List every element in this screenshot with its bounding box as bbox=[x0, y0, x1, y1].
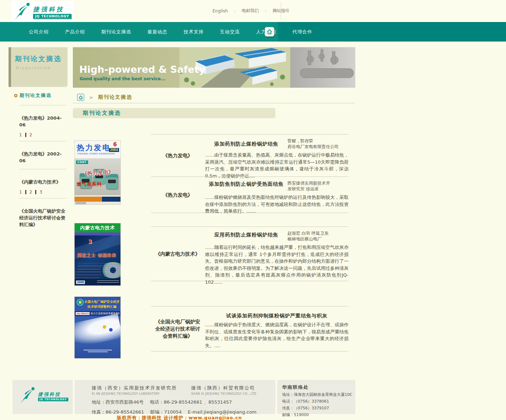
sidebar-group-label[interactable]: 《热力发电》2002-06 bbox=[19, 151, 67, 169]
section-title-bar: 期刊论文摘选 bbox=[73, 108, 275, 118]
sidebar-group-label[interactable]: 《内蒙古电力技术》 bbox=[19, 179, 67, 185]
article-journal: 《热力发电》 bbox=[151, 135, 204, 176]
south-office-fax: 传真：（0756）3379107 bbox=[282, 405, 355, 411]
link-site-guide[interactable]: 网站指引 bbox=[273, 8, 290, 14]
nav-item-agency[interactable]: 代理合作 bbox=[284, 29, 321, 35]
link-separator: ： bbox=[264, 8, 268, 13]
org-name-en: SHAN XI JIEQIANG TECHNOLOGY CO., LTD. bbox=[191, 392, 257, 396]
footer-south-office-block: 华南联络处 地址：珠海吉大园林路金景商业大厦10C 电话：（0756）33780… bbox=[277, 380, 355, 414]
sidebar-group-label[interactable]: 《热力发电》2004-06 bbox=[19, 115, 67, 128]
fine-text-graphic bbox=[88, 351, 108, 352]
nav-item-journal-digest[interactable]: 期刊论文摘选 bbox=[93, 29, 139, 35]
sidebar-group-rlfd-2002: 《热力发电》2002-06 bbox=[19, 151, 67, 169]
nav-items: 公司介绍 产品介绍 期刊论文摘选 最新动态 技术支持 互动交流 人力资源 代理合… bbox=[21, 22, 321, 42]
page-link-3[interactable]: 3 bbox=[39, 190, 42, 195]
logo-swoosh-icon bbox=[19, 386, 37, 405]
pagination: 1 2 bbox=[19, 132, 67, 141]
cover-subtitle: THERMAL POWER GENERATION bbox=[77, 152, 115, 155]
banner-subline: Good quality and the best service... bbox=[80, 76, 166, 81]
footer-org-2: 捷强（陕西）科贸有限公司 SHAN XI JIEQIANG TECHNOLOGY… bbox=[191, 385, 257, 396]
breadcrumb-home-button[interactable] bbox=[77, 94, 84, 101]
breadcrumb: > 期刊论文摘选 bbox=[73, 92, 355, 103]
footer-logo-block: 捷强科技 JQ TECHNOLOGY bbox=[12, 380, 73, 414]
cover-title-line2: 技术研讨会资料汇编 bbox=[84, 305, 120, 309]
article-abstract: ……随着运行时间的延长，结焦越来越严重，打焦和用压缩空气吹灰亦难以维持正常运行，… bbox=[205, 244, 349, 285]
cover-issue-number: 6 bbox=[113, 141, 117, 148]
fine-text-graphic bbox=[84, 350, 112, 350]
breadcrumb-current[interactable]: 期刊论文摘选 bbox=[98, 94, 132, 100]
cover-year: 2000 bbox=[76, 280, 85, 284]
nav-item-interaction[interactable]: 互动交流 bbox=[212, 29, 248, 35]
south-office-address: 地址：珠海吉大园林路金景商业大厦10C bbox=[282, 392, 355, 397]
proceedings-cover-huibian: 全国火电厂锅炉安全经济运行 技术研讨会资料汇编 ZHJ SERVICE 动力工业… bbox=[74, 296, 121, 359]
footer-contact-block: 捷强（西安）实用新技术开发研究所 XI AN JIEQIANG TECHNOLO… bbox=[75, 380, 275, 414]
page-link-1[interactable]: 1 bbox=[19, 132, 22, 137]
page-separator bbox=[25, 190, 26, 194]
article-title: 试谈添加药剂抑制煤粉锅炉严重结焦与积灰 bbox=[205, 308, 349, 319]
cover-year: 2004 bbox=[109, 148, 119, 152]
cover-title: 内蒙古电力技术 bbox=[80, 225, 115, 231]
banner-headline: High-powered & Safety bbox=[79, 64, 205, 75]
sidebar-divider bbox=[19, 105, 67, 105]
top-utility-links: English ： 电邮我们 ： 网站指引 bbox=[212, 8, 290, 14]
link-separator: ： bbox=[233, 8, 237, 13]
sidebar-subtitle: Disquisition bbox=[16, 66, 51, 70]
article-abstract: ……煤粉锅炉由于热强度大、燃烧温度高，在锅炉设计不合理、或操作不到位、或煤质发生… bbox=[205, 321, 349, 349]
sidebar-group-label[interactable]: 《全国火电厂锅炉安全经济运行技术研讨会资料汇编》 bbox=[19, 208, 67, 228]
cover-brand: CHNT bbox=[76, 160, 88, 164]
org-name-en: XI AN JIEQIANG TECHNOLOGY LABORATORY bbox=[92, 392, 177, 396]
page-link-2[interactable]: 2 bbox=[29, 190, 32, 195]
gas-meter-graphic bbox=[106, 174, 118, 189]
article-row: 《内蒙古电力技术》 应用药剂防止煤粉锅炉结焦 赵崇宏 白羽 呼延卫东 榆林地区横… bbox=[151, 227, 349, 281]
cover-strip bbox=[75, 233, 120, 235]
sidebar-link-label: 期刊论文摘选 bbox=[20, 92, 52, 99]
article-title: 应用药剂防止煤粉锅炉结焦 bbox=[205, 228, 287, 242]
worker-graphic bbox=[109, 328, 113, 332]
article-authors: 菅耀，郭存荣 府谷电厂发电有限责任公司 bbox=[287, 136, 349, 149]
logo-brand-en: JQ TECHNOLOGY bbox=[33, 14, 71, 19]
page-separator bbox=[35, 190, 36, 194]
author-line: 榆林地区横山电厂 bbox=[287, 236, 349, 242]
south-office-zip: 邮编：519000 bbox=[282, 412, 355, 418]
nav-item-products[interactable]: 产品介绍 bbox=[57, 29, 93, 35]
sidebar-item-journal-digest[interactable]: 期刊论文摘选 bbox=[14, 92, 67, 99]
sidebar-group-huibian: 《全国火电厂锅炉安全经济运行技术研讨会资料汇编》 bbox=[19, 208, 67, 228]
link-email-us[interactable]: 电邮我们 bbox=[242, 8, 259, 14]
emblem-icon bbox=[77, 299, 83, 305]
article-row: 《热力发电》 添加防焦剂防止锅炉受热面结焦 西安捷强实用新技术开 发研究所 徐远… bbox=[151, 176, 349, 213]
home-icon bbox=[79, 95, 83, 100]
author-line: 菅耀，郭存荣 bbox=[287, 138, 349, 144]
page-link-1[interactable]: 1 bbox=[19, 190, 22, 195]
sidebar-header: 期刊论文摘选 Disquisition bbox=[9, 47, 68, 87]
cover-series-caption: 燃气表系列 bbox=[77, 181, 102, 187]
author-line: 西安捷强实用新技术开 bbox=[287, 180, 349, 186]
sidebar-menu: 期刊论文摘选 《热力发电》2004-06 1 2 《热力发电》2002-06 《… bbox=[14, 92, 67, 228]
home-button[interactable] bbox=[265, 27, 274, 37]
logo-brand-cn: 捷强科技 bbox=[33, 5, 64, 13]
link-english[interactable]: English bbox=[212, 9, 228, 13]
sidebar-group-rlfd-2004: 《热力发电》2004-06 1 2 bbox=[19, 115, 67, 141]
barcode-graphic bbox=[76, 202, 87, 204]
logo-swoosh-icon bbox=[12, 2, 33, 22]
cover-issue-number: 3 bbox=[88, 238, 92, 245]
sidebar-title: 期刊论文摘选 bbox=[15, 54, 62, 64]
company-logo[interactable]: 捷强科技 JQ TECHNOLOGY bbox=[12, 1, 74, 22]
journal-cover-neimenggu: 内蒙古电力技术 3 搏志之士 创精未来 2000 bbox=[74, 223, 121, 286]
fine-text-graphic bbox=[78, 263, 117, 272]
article-title: 添加防焦剂防止锅炉受热面结焦 bbox=[205, 178, 287, 192]
page-link-2[interactable]: 2 bbox=[29, 132, 32, 137]
nav-item-company[interactable]: 公司介绍 bbox=[21, 29, 57, 35]
nav-item-news[interactable]: 最新动态 bbox=[139, 29, 176, 35]
footer-contact-line1: 地址：西安市西影路46号 电话：86-29-85542661 、85531457 bbox=[92, 399, 275, 405]
org-name-cn: 捷强（陕西）科贸有限公司 bbox=[191, 385, 257, 391]
article-authors: 赵崇宏 白羽 呼延卫东 榆林地区横山电厂 bbox=[287, 228, 349, 242]
author-line: 发研究所 徐远浚 bbox=[287, 186, 349, 192]
nav-item-tech-support[interactable]: 技术支持 bbox=[176, 29, 212, 35]
cover-masthead: 热力发电 THERMAL POWER GENERATION 6 2004 bbox=[75, 141, 120, 158]
article-abstract: ……由于煤质含炭量高、热值高、灰熔点低，在锅炉运行中极易结焦，采用蒸汽、压缩空气… bbox=[205, 152, 349, 179]
org-name-cn: 捷强（西安）实用新技术开发研究所 bbox=[92, 385, 177, 391]
banner-graphic: High-powered & Safety Good quality and t… bbox=[73, 47, 355, 88]
footer-brand-en: JQ TECHNOLOGY bbox=[38, 398, 68, 401]
journal-cover-relifadian: 热力发电 THERMAL POWER GENERATION 6 2004 CHN… bbox=[74, 140, 121, 205]
article-journal: 《热力发电》 bbox=[151, 177, 204, 213]
